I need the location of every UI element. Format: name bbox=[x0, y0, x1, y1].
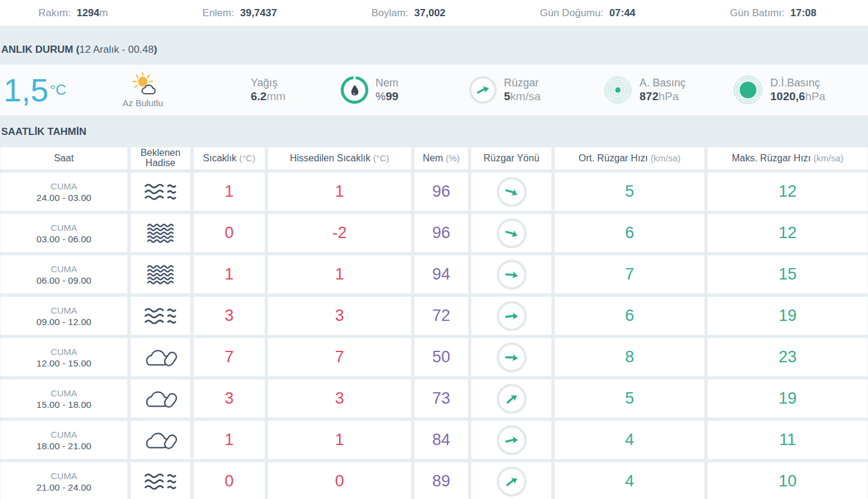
col-header-hissedilen: Hissedilen Sıcaklık (°C) bbox=[268, 147, 412, 170]
section-title: ANLIK DURUM ( bbox=[1, 44, 79, 56]
day-label: CUMA bbox=[50, 180, 77, 193]
section-title: SAATLİK TAHMİN bbox=[1, 126, 86, 138]
metric-wind: Rüzgar 5km/sa bbox=[469, 65, 540, 115]
humidity-cell: 73 bbox=[414, 379, 468, 418]
feels-like-cell: 7 bbox=[268, 338, 412, 377]
day-label: CUMA bbox=[50, 470, 77, 482]
time-cell: CUMA 12.00 - 15.00 bbox=[0, 338, 128, 377]
forecast-row: CUMA 03.00 - 06.00 bbox=[0, 214, 868, 252]
max-wind-cell: 12 bbox=[707, 214, 868, 252]
section-title-date: 12 Aralık - 00.48 bbox=[79, 44, 154, 56]
wind-direction-cell bbox=[471, 255, 552, 294]
wind-ring-icon bbox=[497, 384, 527, 414]
col-header-maks-ruzgar: Maks. Rüzgar Hızı (km/sa) bbox=[707, 147, 868, 170]
humidity-cell: 89 bbox=[414, 462, 468, 499]
wind-ring-icon bbox=[497, 218, 527, 248]
max-wind-cell: 10 bbox=[707, 462, 868, 499]
forecast-row: CUMA 18.00 - 21.00 bbox=[0, 420, 868, 459]
stat-value: 37,002 bbox=[415, 7, 446, 19]
stat-sunrise: Gün Doğumu: 07:44 bbox=[540, 7, 635, 19]
time-cell: CUMA 03.00 - 06.00 bbox=[0, 214, 128, 252]
day-label: CUMA bbox=[50, 387, 77, 399]
time-range: 15.00 - 18.00 bbox=[37, 399, 91, 411]
time-range: 03.00 - 06.00 bbox=[37, 234, 91, 245]
clouds-icon bbox=[142, 387, 179, 410]
stat-sunset: Gün Batımı: 17:08 bbox=[730, 7, 816, 19]
col-header-beklenen-hadise: Beklenen Hadise bbox=[130, 147, 191, 170]
forecast-row: CUMA 09.00 - 12.00 bbox=[0, 296, 868, 335]
current-weather: Az Bulutlu bbox=[107, 65, 179, 115]
hourly-forecast-header: SAATLİK TAHMİN bbox=[0, 115, 868, 145]
feels-like-cell: 1 bbox=[268, 172, 412, 211]
forecast-row: CUMA 12.00 - 15.00 bbox=[0, 338, 868, 377]
current-conditions-panel: 1,5°C Az Bulutlu Yağış 6.2mm bbox=[0, 65, 868, 115]
weather-icon-slot bbox=[130, 338, 191, 377]
max-wind-cell: 19 bbox=[707, 296, 868, 335]
wind-direction-cell bbox=[471, 172, 552, 211]
humidity-cell: 50 bbox=[414, 338, 468, 377]
location-stats-bar: Rakım: 1294m Enlem: 39,7437 Boylam: 37,0… bbox=[0, 0, 868, 26]
humidity-ring-icon bbox=[341, 76, 368, 104]
stat-label: Enlem: bbox=[202, 7, 234, 19]
avg-wind-cell: 7 bbox=[554, 255, 705, 294]
humidity-cell: 96 bbox=[414, 172, 468, 211]
mist-icon bbox=[144, 471, 178, 492]
humidity-cell: 72 bbox=[414, 296, 468, 335]
cloud-shape bbox=[142, 85, 155, 94]
temperature-cell: 0 bbox=[193, 462, 265, 499]
avg-wind-cell: 6 bbox=[554, 296, 705, 335]
metric-precipitation: Yağış 6.2mm bbox=[251, 65, 286, 115]
mist-icon bbox=[144, 306, 178, 326]
metric-sea-level-pressure: D.İ.Basınç 1020,6hPa bbox=[733, 65, 825, 115]
temperature-cell: 1 bbox=[193, 420, 265, 459]
wind-direction-arrow bbox=[503, 308, 519, 323]
stat-label: Gün Doğumu: bbox=[540, 7, 603, 19]
feels-like-cell: -2 bbox=[268, 214, 412, 252]
wind-ring-icon bbox=[497, 177, 527, 207]
current-wind-arrow bbox=[474, 81, 491, 98]
wind-ring-icon bbox=[497, 301, 527, 331]
degree-unit: °C bbox=[50, 82, 66, 98]
max-wind-cell: 12 bbox=[707, 172, 868, 211]
time-cell: CUMA 15.00 - 18.00 bbox=[0, 379, 128, 418]
time-range: 12.00 - 15.00 bbox=[37, 358, 91, 369]
wind-ring-icon bbox=[497, 467, 527, 497]
forecast-row: CUMA 24.00 - 03.00 bbox=[0, 172, 868, 211]
max-wind-cell: 19 bbox=[707, 379, 868, 418]
avg-wind-cell: 5 bbox=[554, 379, 705, 418]
fog-icon bbox=[146, 263, 175, 286]
col-header-ruzgar-yonu: Rüzgar Yönü bbox=[471, 147, 552, 170]
forecast-header-row: Saat Beklenen Hadise Sıcaklık (°C) Hisse… bbox=[0, 147, 868, 170]
wind-direction-arrow bbox=[503, 266, 521, 284]
time-range: 09.00 - 12.00 bbox=[37, 317, 91, 328]
clouds-icon bbox=[142, 429, 179, 452]
time-cell: CUMA 18.00 - 21.00 bbox=[0, 420, 128, 459]
current-conditions-header: ANLIK DURUM (12 Aralık - 00.48) bbox=[0, 26, 868, 65]
col-header-saat: Saat bbox=[0, 147, 128, 170]
day-label: CUMA bbox=[50, 304, 77, 317]
max-wind-cell: 11 bbox=[707, 420, 868, 459]
stat-latitude: Enlem: 39,7437 bbox=[202, 7, 277, 19]
temperature-cell: 7 bbox=[193, 338, 265, 377]
feels-like-cell: 3 bbox=[268, 379, 412, 418]
weather-icon-slot bbox=[130, 296, 191, 335]
wind-direction-arrow bbox=[504, 433, 519, 447]
pressure-icon bbox=[603, 76, 632, 104]
sun-cloud-icon bbox=[127, 72, 158, 97]
forecast-row: CUMA 15.00 - 18.00 bbox=[0, 379, 868, 418]
feels-like-cell: 1 bbox=[268, 255, 412, 294]
wind-ring-icon bbox=[497, 260, 527, 290]
day-label: CUMA bbox=[50, 221, 77, 234]
time-cell: CUMA 06.00 - 09.00 bbox=[0, 255, 128, 294]
stat-value: 1294m bbox=[77, 7, 108, 19]
day-label: CUMA bbox=[50, 345, 77, 358]
temperature-cell: 1 bbox=[193, 172, 265, 211]
condition-label: Az Bulutlu bbox=[122, 98, 163, 108]
max-wind-cell: 23 bbox=[707, 338, 868, 377]
sea-pressure-icon bbox=[733, 75, 763, 105]
weather-icon-slot bbox=[130, 379, 191, 418]
wind-direction-cell bbox=[471, 462, 552, 499]
col-header-sicaklik: Sıcaklık (°C) bbox=[193, 147, 265, 170]
metric-pressure: A. Basınç 872hPa bbox=[603, 65, 686, 115]
wind-direction-arrow bbox=[502, 472, 521, 491]
